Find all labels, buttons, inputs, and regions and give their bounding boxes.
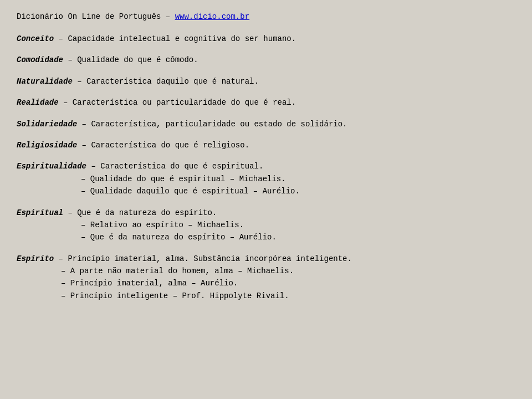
term-comodidade: Comodidade [17,55,63,64]
entry-conceito: Conceito – Capacidade intelectual e cogn… [17,33,515,45]
sub-line-espiritual-1: – Que é da natureza do espírito – Auréli… [17,231,515,243]
title-line: Dicionário On Line de Português – www.di… [17,11,515,23]
entry-espiritual: Espiritual – Que é da natureza do espíri… [17,207,515,244]
term-solidariedade: Solidariedade [17,120,77,129]
sub-line-espiritualidade-0: – Qualidade do que é espiritual – Michae… [17,173,515,185]
title-prefix: Dicionário On Line de Português – [17,12,175,21]
term-conceito: Conceito [17,34,54,43]
entry-espirito: Espírito – Princípio imaterial, alma. Su… [17,253,515,303]
entry-line-espiritualidade: Espiritualidade – Característica do que … [17,160,515,172]
entry-espiritualidade: Espiritualidade – Característica do que … [17,160,515,197]
content-area: Dicionário On Line de Português – www.di… [11,6,521,314]
entries-container: Conceito – Capacidade intelectual e cogn… [17,33,515,302]
entry-solidariedade: Solidariedade – Característica, particul… [17,118,515,130]
sub-line-espiritual-0: – Relativo ao espírito – Michaelis. [17,219,515,231]
dicio-link[interactable]: www.dicio.com.br [175,12,249,21]
entry-line-religiosidade: Religiosidade – Característica do que é … [17,139,515,151]
term-realidade: Realidade [17,98,59,107]
entry-comodidade: Comodidade – Qualidade do que é cômodo. [17,54,515,66]
sub-line-espirito-0: – A parte não material do homem, alma – … [17,265,515,277]
sub-line-espirito-2: – Princípio inteligente – Prof. Hippolyt… [17,290,515,302]
sub-line-espirito-1: – Princípio imaterial, alma – Aurélio. [17,277,515,289]
term-naturalidade: Naturalidade [17,77,73,86]
entry-naturalidade: Naturalidade – Característica daquilo qu… [17,75,515,88]
entry-line-espiritual: Espiritual – Que é da natureza do espíri… [17,207,515,219]
term-espiritual: Espiritual [17,208,63,217]
sub-line-espiritualidade-1: – Qualidade daquilo que é espiritual – A… [17,185,515,197]
entry-line-conceito: Conceito – Capacidade intelectual e cogn… [17,33,515,45]
entry-religiosidade: Religiosidade – Característica do que é … [17,139,515,151]
entry-line-espirito: Espírito – Princípio imaterial, alma. Su… [17,253,515,265]
entry-realidade: Realidade – Característica ou particular… [17,96,515,109]
entry-line-comodidade: Comodidade – Qualidade do que é cômodo. [17,54,515,66]
entry-line-naturalidade: Naturalidade – Característica daquilo qu… [17,75,515,88]
term-espirito: Espírito [17,254,54,263]
entry-line-solidariedade: Solidariedade – Característica, particul… [17,118,515,130]
term-espiritualidade: Espiritualidade [17,162,86,171]
entry-line-realidade: Realidade – Característica ou particular… [17,96,515,109]
term-religiosidade: Religiosidade [17,141,77,150]
